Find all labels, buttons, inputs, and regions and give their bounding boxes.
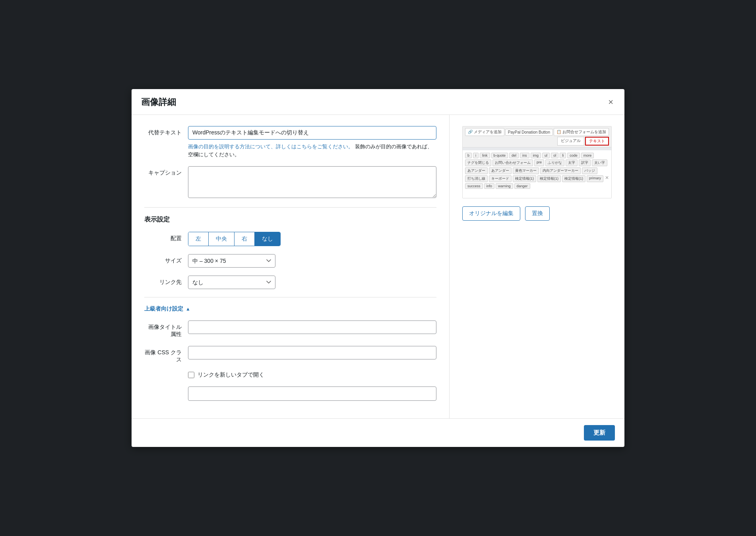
- tag-link: link: [480, 153, 490, 158]
- advanced-section: 上級者向け設定 ▲ 画像タイトル属性 画像 CSS クラス: [144, 305, 436, 401]
- image-title-label: 画像タイトル属性: [144, 320, 188, 338]
- tag-primary: primary: [587, 175, 603, 182]
- dialog-body: 代替テキスト 画像の目的を説明する方法について、詳しくはこちらをご覧ください。 …: [132, 115, 624, 418]
- visual-tab[interactable]: ビジュアル: [557, 137, 584, 146]
- tag-li: li: [560, 153, 566, 158]
- tag-cert3: 検定情報(1): [562, 175, 585, 182]
- editor-content: b i link b-quote del ins img ul ol li co…: [463, 150, 611, 198]
- alt-text-help-link[interactable]: 画像の目的を説明する方法について、詳しくはこちらをご覧ください。: [188, 144, 355, 150]
- divider-2: [144, 297, 436, 297]
- text-tab[interactable]: テキスト: [585, 137, 609, 146]
- edit-original-button[interactable]: オリジナルを編集: [462, 206, 520, 221]
- dialog-overlay: 画像詳細 × 代替テキスト 画像の目的を説明する方法について、詳しくはこちらをご…: [0, 0, 756, 536]
- tag-inner-marker: 内向アンダーマーカー: [540, 167, 581, 174]
- alignment-group: 配置 左 中央 右 なし: [144, 232, 436, 246]
- link-select[interactable]: なし メディアファイル 添付ファイルのページ カスタムURL: [188, 276, 275, 289]
- advanced-toggle-arrow: ▲: [186, 306, 190, 312]
- tag-italic2: 訳字: [579, 159, 591, 166]
- right-panel: 🔗 メディアを追加 PayPal Donation Button 📋 お問合せフ…: [450, 115, 624, 418]
- tag-strike: 打ち消し線: [465, 175, 488, 182]
- extra-field-spacer: [144, 386, 188, 390]
- tag-bquote: b-quote: [491, 153, 508, 158]
- editor-close-x[interactable]: ✕: [605, 175, 609, 181]
- image-css-label: 画像 CSS クラス: [144, 346, 188, 363]
- image-title-input[interactable]: [188, 320, 436, 334]
- new-tab-label: リンクを新しいタブで開く: [198, 371, 264, 379]
- image-title-field: [188, 320, 436, 334]
- tag-underline2: あアンダー: [489, 167, 512, 174]
- caption-group: キャプション: [144, 166, 436, 199]
- update-button[interactable]: 更新: [584, 425, 615, 441]
- tag-underline: あアンダー: [465, 167, 488, 174]
- align-none-button[interactable]: なし: [255, 232, 280, 246]
- dialog-header: 画像詳細 ×: [132, 89, 624, 115]
- advanced-toggle-button[interactable]: 上級者向け設定 ▲: [144, 305, 190, 313]
- caption-input[interactable]: [188, 166, 436, 198]
- tag-b: b: [465, 153, 472, 158]
- tag-code: code: [567, 153, 580, 158]
- tag-keyboard: キーボード: [489, 175, 512, 182]
- image-css-input[interactable]: [188, 346, 436, 359]
- image-detail-dialog: 画像詳細 × 代替テキスト 画像の目的を説明する方法について、詳しくはこちらをご…: [132, 89, 624, 447]
- dialog-footer: 更新: [132, 418, 624, 447]
- tag-bold: 太字: [566, 159, 578, 166]
- tag-del: del: [509, 153, 519, 158]
- editor-preview: 🔗 メディアを追加 PayPal Donation Button 📋 お問合せフ…: [462, 126, 612, 198]
- left-panel: 代替テキスト 画像の目的を説明する方法について、詳しくはこちらをご覧ください。 …: [132, 115, 450, 418]
- tag-info: info: [484, 183, 495, 189]
- new-tab-checkbox[interactable]: [188, 372, 194, 378]
- caption-label: キャプション: [144, 166, 188, 177]
- extra-input[interactable]: [188, 386, 436, 401]
- caption-field: [188, 166, 436, 199]
- size-label: サイズ: [144, 254, 188, 264]
- alignment-label: 配置: [144, 232, 188, 242]
- alt-text-field: 画像の目的を説明する方法について、詳しくはこちらをご覧ください。 装飾のみが目的…: [188, 126, 436, 158]
- new-tab-spacer: [144, 371, 188, 375]
- replace-button[interactable]: 置換: [525, 206, 550, 221]
- tag-i: i: [473, 153, 479, 158]
- alignment-buttons: 左 中央 右 なし: [188, 232, 281, 246]
- close-button[interactable]: ×: [607, 96, 615, 108]
- new-tab-checkbox-group: リンクを新しいタブで開く: [188, 371, 436, 379]
- tag-img: img: [531, 153, 541, 158]
- editor-tabs: ビジュアル テキスト: [557, 137, 609, 146]
- tag-ruby: ふりがな: [545, 159, 564, 166]
- tag-ins: ins: [520, 153, 529, 158]
- tag-form: お問い合わせフォーム: [492, 159, 533, 166]
- tag-warning: warning: [496, 183, 513, 189]
- divider-1: [144, 207, 436, 208]
- align-right-button[interactable]: 右: [235, 232, 255, 246]
- extra-field: [188, 386, 436, 401]
- tag-danger: danger: [514, 183, 530, 189]
- link-field: なし メディアファイル 添付ファイルのページ カスタムURL: [188, 276, 436, 289]
- tag-cert2: 検定情報(1): [537, 175, 561, 182]
- editor-toolbar: 🔗 メディアを追加 PayPal Donation Button 📋 お問合せフ…: [463, 126, 611, 148]
- alt-text-help: 画像の目的を説明する方法について、詳しくはこちらをご覧ください。 装飾のみが目的…: [188, 143, 436, 158]
- advanced-toggle-label: 上級者向け設定: [144, 305, 183, 313]
- contact-btn: 📋 お問合せフォームを追加: [554, 128, 609, 136]
- dialog-title: 画像詳細: [141, 96, 176, 108]
- size-field: 中 – 300 × 75 小 大 フル: [188, 254, 436, 268]
- image-title-group: 画像タイトル属性: [144, 320, 436, 338]
- tag-ul: ul: [542, 153, 550, 158]
- tag-badge: バッジ: [582, 167, 597, 174]
- tag-cert1: 検定情報(1): [513, 175, 536, 182]
- tag-close: ナグを閉じる: [465, 159, 491, 166]
- media-btn: 🔗 メディアを追加: [465, 128, 504, 136]
- new-tab-group: リンクを新しいタブで開く: [144, 371, 436, 379]
- tag-bold2: 太い字: [592, 159, 607, 166]
- extra-field-group: [144, 386, 436, 401]
- image-css-field: [188, 346, 436, 359]
- display-settings-title: 表示設定: [144, 216, 436, 224]
- size-select[interactable]: 中 – 300 × 75 小 大 フル: [188, 254, 275, 268]
- paypal-btn: PayPal Donation Button: [505, 129, 553, 136]
- align-left-button[interactable]: 左: [188, 232, 209, 246]
- editor-mock: 🔗 メディアを追加 PayPal Donation Button 📋 お問合せフ…: [463, 126, 611, 198]
- alt-text-input[interactable]: [188, 126, 436, 140]
- tag-marker: 黄色マーカー: [513, 167, 539, 174]
- tag-ol: ol: [551, 153, 558, 158]
- alignment-field: 左 中央 右 なし: [188, 232, 436, 246]
- tag-success: success: [465, 183, 483, 189]
- size-group: サイズ 中 – 300 × 75 小 大 フル: [144, 254, 436, 268]
- align-center-button[interactable]: 中央: [209, 232, 235, 246]
